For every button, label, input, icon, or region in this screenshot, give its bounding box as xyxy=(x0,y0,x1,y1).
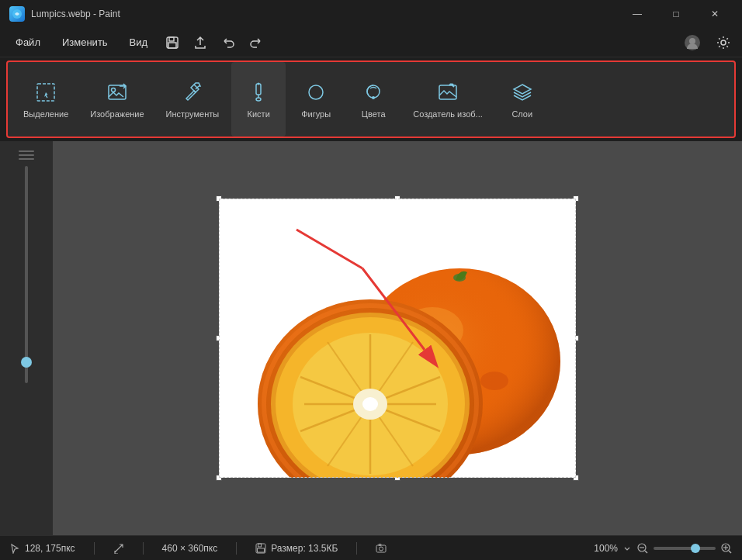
orange-svg xyxy=(219,199,576,478)
vertical-zoom-track[interactable] xyxy=(25,166,28,383)
zoom-out-button[interactable] xyxy=(636,542,649,555)
app-icon xyxy=(9,6,25,22)
svg-rect-45 xyxy=(376,545,386,552)
left-sidebar xyxy=(0,141,53,535)
tools-label: Инструменты xyxy=(166,109,220,119)
redo-button[interactable] xyxy=(244,30,269,55)
menu-bar-left: Файл Изменить Вид xyxy=(6,30,269,55)
file-size-section: Размер: 13.5КБ xyxy=(255,543,338,554)
colors-icon xyxy=(361,80,386,105)
shapes-icon xyxy=(303,80,328,105)
svg-point-9 xyxy=(111,88,115,92)
window-title: Lumpics.webp - Paint xyxy=(31,9,120,19)
slider-line xyxy=(19,150,34,152)
menu-bar-right xyxy=(680,30,736,55)
ribbon-creator[interactable]: Создатель изоб... xyxy=(404,62,492,137)
svg-point-5 xyxy=(689,38,695,44)
ribbon-brushes[interactable]: Кисти xyxy=(231,62,286,137)
zoom-in-button[interactable] xyxy=(720,542,733,555)
account-button[interactable] xyxy=(680,30,705,55)
close-button[interactable]: ✕ xyxy=(697,2,733,26)
brushes-label: Кисти xyxy=(248,109,270,119)
zoom-dropdown-icon[interactable] xyxy=(622,544,632,553)
ribbon-layers[interactable]: Слои xyxy=(495,62,550,137)
colors-label: Цвета xyxy=(362,109,386,119)
svg-point-23 xyxy=(480,372,508,390)
divider-1 xyxy=(94,542,95,555)
divider-3 xyxy=(236,542,237,555)
divider-4 xyxy=(356,542,357,555)
camera-icon xyxy=(376,543,387,554)
brushes-icon xyxy=(246,80,271,105)
creator-label: Создатель изоб... xyxy=(413,109,483,119)
layers-label: Слои xyxy=(511,109,532,119)
svg-rect-44 xyxy=(258,548,265,552)
camera-section xyxy=(376,543,387,554)
zoom-level: 100% xyxy=(594,543,618,554)
maximize-button[interactable]: □ xyxy=(658,2,694,26)
layers-icon xyxy=(510,80,535,105)
svg-point-14 xyxy=(309,85,323,99)
main-area xyxy=(0,141,742,535)
ribbon: Выделение Изображение Инструменты xyxy=(6,60,736,138)
menu-view[interactable]: Вид xyxy=(120,33,158,51)
menu-bar: Файл Изменить Вид xyxy=(0,28,742,57)
slider-line xyxy=(19,154,34,156)
svg-point-16 xyxy=(372,96,375,99)
title-bar-controls: — □ ✕ xyxy=(619,2,733,26)
title-bar-left: Lumpics.webp - Paint xyxy=(9,6,120,22)
ribbon-selection[interactable]: Выделение xyxy=(14,62,78,137)
image-label: Изображение xyxy=(90,109,144,119)
file-size: Размер: 13.5КБ xyxy=(271,543,338,554)
save-button[interactable] xyxy=(160,30,185,55)
svg-point-46 xyxy=(380,547,383,551)
tools-icon xyxy=(180,80,205,105)
svg-rect-3 xyxy=(168,43,176,48)
image-size: 460 × 360пкс xyxy=(162,543,218,554)
ribbon-tools[interactable]: Инструменты xyxy=(157,62,229,137)
menu-file[interactable]: Файл xyxy=(6,33,50,51)
svg-rect-43 xyxy=(258,544,262,547)
svg-line-50 xyxy=(645,551,647,553)
title-bar: Lumpics.webp - Paint — □ ✕ xyxy=(0,0,742,28)
zoom-slider-horizontal[interactable] xyxy=(654,547,716,550)
svg-point-6 xyxy=(721,40,726,45)
canvas-image xyxy=(219,199,576,478)
cursor-icon xyxy=(9,543,20,554)
cursor-position-section: 128, 175пкс xyxy=(9,543,75,554)
svg-point-12 xyxy=(256,98,261,101)
canvas-area[interactable] xyxy=(53,141,742,535)
svg-rect-2 xyxy=(169,37,174,41)
save-status-icon xyxy=(255,543,266,554)
svg-rect-11 xyxy=(256,84,261,95)
zoom-controls: 100% xyxy=(594,542,733,555)
minimize-button[interactable]: — xyxy=(619,2,655,26)
divider-2 xyxy=(143,542,144,555)
selection-icon xyxy=(33,80,58,105)
zoom-slider-horizontal-thumb[interactable] xyxy=(691,544,700,553)
selection-wrapper xyxy=(219,199,576,478)
settings-button[interactable] xyxy=(711,30,736,55)
cursor-position: 128, 175пкс xyxy=(25,543,75,554)
selection-label: Выделение xyxy=(23,109,68,119)
status-bar: 128, 175пкс 460 × 360пкс Размер: 13.5КБ … xyxy=(0,535,742,560)
ribbon-image[interactable]: Изображение xyxy=(81,62,153,137)
undo-button[interactable] xyxy=(216,30,241,55)
slider-lines xyxy=(19,150,34,160)
svg-point-18 xyxy=(451,84,453,86)
ribbon-shapes[interactable]: Фигуры xyxy=(289,62,343,137)
resize-icon xyxy=(113,543,124,554)
shapes-label: Фигуры xyxy=(301,109,331,119)
image-size-section: 460 × 360пкс xyxy=(162,543,218,554)
menu-edit[interactable]: Изменить xyxy=(53,33,117,51)
image-icon xyxy=(105,80,130,105)
vertical-zoom-thumb[interactable] xyxy=(21,357,32,368)
svg-line-54 xyxy=(729,551,731,553)
resize-section xyxy=(113,543,124,554)
svg-point-36 xyxy=(362,397,378,411)
slider-line xyxy=(19,158,34,160)
creator-icon xyxy=(435,80,460,105)
ribbon-colors[interactable]: Цвета xyxy=(346,62,400,137)
share-button[interactable] xyxy=(188,30,213,55)
